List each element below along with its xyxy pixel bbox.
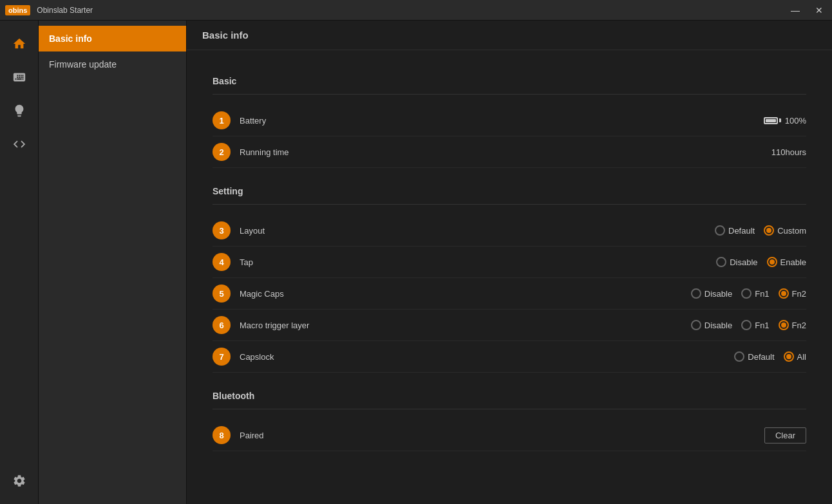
radio-circle-macro-disable xyxy=(691,320,701,330)
radio-circle-tap-disable xyxy=(716,257,726,267)
radio-label-default: Default xyxy=(728,226,755,236)
row-value-tap: Disable Enable xyxy=(716,257,806,267)
section-title-basic: Basic xyxy=(213,76,806,86)
row-label-capslock: Capslock xyxy=(240,352,734,362)
row-label-magic-caps: Magic Caps xyxy=(240,289,691,299)
radio-circle-custom xyxy=(764,225,774,236)
radio-magiccaps-fn2[interactable]: Fn2 xyxy=(779,288,806,299)
row-number-7: 7 xyxy=(213,348,231,366)
radio-circle-macro-fn1 xyxy=(741,320,752,330)
sidebar-icon-settings[interactable] xyxy=(5,467,33,495)
radio-circle-magiccaps-fn1 xyxy=(741,288,752,299)
radio-label-magiccaps-disable: Disable xyxy=(704,289,732,299)
radio-magiccaps-disable[interactable]: Disable xyxy=(691,288,732,299)
row-number-4: 4 xyxy=(213,253,231,271)
icon-sidebar xyxy=(0,21,39,504)
table-row: 2 Running time 110hours xyxy=(213,136,806,168)
radio-label-tap-enable: Enable xyxy=(780,257,806,267)
nav-item-firmware-update[interactable]: Firmware update xyxy=(39,51,186,77)
content-area: Basic info Basic 1 Battery 100% xyxy=(187,21,832,504)
radio-capslock-all[interactable]: All xyxy=(784,351,806,362)
table-row: 5 Magic Caps Disable Fn1 xyxy=(213,278,806,310)
radio-label-capslock-default: Default xyxy=(748,352,774,362)
row-label-macro-trigger: Macro trigger layer xyxy=(240,321,691,330)
clear-button[interactable]: Clear xyxy=(764,427,806,443)
battery-icon xyxy=(764,117,781,124)
app-name: Obinslab Starter xyxy=(37,6,93,15)
row-value-capslock: Default All xyxy=(734,351,806,362)
sidebar-icon-macro[interactable] xyxy=(5,130,33,158)
sidebar-icon-home[interactable] xyxy=(5,30,33,58)
nav-panel: Basic info Firmware update xyxy=(39,21,187,504)
titlebar-controls: — ✕ xyxy=(787,4,827,17)
table-row: 6 Macro trigger layer Disable Fn1 xyxy=(213,310,806,341)
radio-layout-default[interactable]: Default xyxy=(715,225,755,236)
logo-badge: obins xyxy=(5,5,30,15)
radio-circle-default xyxy=(715,225,725,236)
row-label-battery: Battery xyxy=(240,116,764,126)
row-number-3: 3 xyxy=(213,221,231,239)
row-number-6: 6 xyxy=(213,316,231,334)
section-title-bluetooth: Bluetooth xyxy=(213,391,806,401)
section-title-setting: Setting xyxy=(213,186,806,196)
table-row: 3 Layout Default Custom xyxy=(213,215,806,247)
radio-label-custom: Custom xyxy=(777,226,806,236)
radio-magiccaps-fn1[interactable]: Fn1 xyxy=(741,288,769,299)
radio-circle-macro-fn2 xyxy=(779,320,789,330)
row-label-running-time: Running time xyxy=(240,147,771,157)
radio-group-layout: Default Custom xyxy=(715,225,806,236)
radio-label-macro-fn2: Fn2 xyxy=(792,321,806,330)
row-label-paired: Paired xyxy=(240,431,764,440)
radio-macro-fn1[interactable]: Fn1 xyxy=(741,320,769,330)
row-number-5: 5 xyxy=(213,285,231,303)
radio-label-magiccaps-fn2: Fn2 xyxy=(792,289,806,299)
row-label-tap: Tap xyxy=(240,257,716,267)
section-divider-bluetooth xyxy=(213,409,806,409)
radio-macro-disable[interactable]: Disable xyxy=(691,320,732,330)
radio-label-magiccaps-fn1: Fn1 xyxy=(755,289,769,299)
radio-group-macro-trigger: Disable Fn1 Fn2 xyxy=(691,320,806,330)
battery-tip xyxy=(779,118,781,122)
radio-label-macro-fn1: Fn1 xyxy=(755,321,769,330)
battery-fill xyxy=(766,119,776,122)
row-value-layout: Default Custom xyxy=(715,225,806,236)
radio-macro-fn2[interactable]: Fn2 xyxy=(779,320,806,330)
sidebar-icon-lighting[interactable] xyxy=(5,97,33,125)
radio-tap-enable[interactable]: Enable xyxy=(767,257,806,267)
radio-layout-custom[interactable]: Custom xyxy=(764,225,806,236)
sidebar-icon-keyboard[interactable] xyxy=(5,63,33,91)
radio-label-tap-disable: Disable xyxy=(730,257,757,267)
radio-label-macro-disable: Disable xyxy=(704,321,732,330)
radio-tap-disable[interactable]: Disable xyxy=(716,257,757,267)
table-row: 8 Paired Clear xyxy=(213,420,806,451)
radio-capslock-default[interactable]: Default xyxy=(734,351,774,362)
radio-circle-capslock-all xyxy=(784,351,794,362)
row-value-macro-trigger: Disable Fn1 Fn2 xyxy=(691,320,806,330)
table-row: 7 Capslock Default All xyxy=(213,341,806,373)
row-value-magic-caps: Disable Fn1 Fn2 xyxy=(691,288,806,299)
row-number-2: 2 xyxy=(213,143,231,161)
radio-circle-tap-enable xyxy=(767,257,777,267)
row-number-8: 8 xyxy=(213,426,231,444)
close-button[interactable]: ✕ xyxy=(811,4,827,17)
app-body: Basic info Firmware update Basic info Ba… xyxy=(0,21,832,504)
row-number-1: 1 xyxy=(213,111,231,129)
row-value-running-time: 110hours xyxy=(771,147,806,157)
content-body: Basic 1 Battery 100% 2 xyxy=(187,50,832,464)
radio-group-capslock: Default All xyxy=(734,351,806,362)
radio-label-capslock-all: All xyxy=(797,352,806,362)
battery-percent: 100% xyxy=(785,116,806,126)
radio-circle-magiccaps-fn2 xyxy=(779,288,789,299)
row-label-layout: Layout xyxy=(240,226,715,236)
table-row: 4 Tap Disable Enable xyxy=(213,247,806,278)
minimize-button[interactable]: — xyxy=(787,4,804,17)
battery-body xyxy=(764,117,778,124)
titlebar: obins Obinslab Starter — ✕ xyxy=(0,0,832,21)
radio-circle-magiccaps-disable xyxy=(691,288,701,299)
radio-group-tap: Disable Enable xyxy=(716,257,806,267)
row-value-paired: Clear xyxy=(764,427,806,443)
row-value-battery: 100% xyxy=(764,116,806,126)
content-title: Basic info xyxy=(187,21,832,50)
titlebar-logo: obins Obinslab Starter xyxy=(5,5,93,15)
nav-item-basic-info[interactable]: Basic info xyxy=(39,26,186,51)
